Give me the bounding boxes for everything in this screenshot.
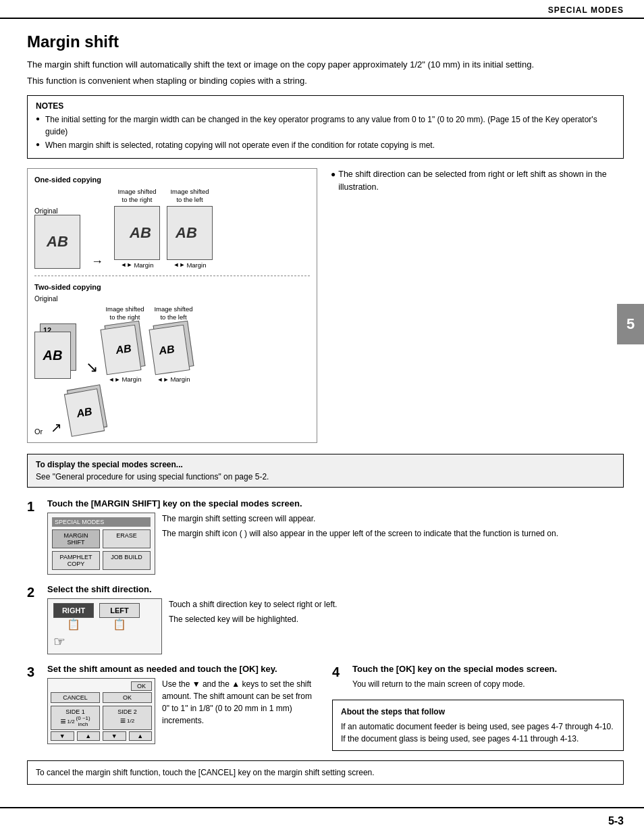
two-sided-row: 12 AB ↘ Image shiftedto the right AB xyxy=(34,305,310,384)
side1-fraction: 1/2 xyxy=(67,719,74,725)
right-btn[interactable]: RIGHT xyxy=(53,603,94,618)
shifted-right-paper: AB xyxy=(114,206,160,260)
two-sided-right-paper: AB xyxy=(103,323,146,374)
special-modes-screen: SPECIAL MODES MARGIN SHIFT ERASE PAMPHLE… xyxy=(47,513,155,575)
step-3: 3 Set the shift amount as needed and tou… xyxy=(27,664,319,754)
step-1-title: Touch the [MARGIN SHIFT] key on the spec… xyxy=(47,498,624,509)
two-sided-margin-left: ◄► Margin xyxy=(157,375,190,383)
two-sided-original: 12 AB xyxy=(34,323,80,383)
one-sided-row: Original AB → Image shiftedto the right … xyxy=(34,188,310,276)
to-display-box: To display the special modes screen... S… xyxy=(27,454,624,488)
about-steps-text: If an automatic document feeder is being… xyxy=(341,721,615,745)
one-sided-title: One-sided copying xyxy=(34,176,310,184)
page-footer: 5-3 xyxy=(0,807,644,834)
shift-arrows-row: ▼ ▲ ▼ ▲ xyxy=(51,731,152,741)
margin-right-label: ◄► Margin xyxy=(121,261,154,269)
step-2: 2 Select the shift direction. RIGHT 📋 xyxy=(27,584,624,654)
steps-section: 1 Touch the [MARGIN SHIFT] key on the sp… xyxy=(27,498,624,785)
about-steps-title: About the steps that follow xyxy=(341,706,615,718)
ok-btn[interactable]: OK xyxy=(103,692,152,703)
side1-box: SIDE 1 ≡ 1/2 (0 ~1)inch xyxy=(51,706,100,730)
step-4-title: Touch the [OK] key on the special modes … xyxy=(352,664,624,674)
erase-btn[interactable]: ERASE xyxy=(103,529,151,548)
two-sided-margin-right: ◄► Margin xyxy=(109,375,142,383)
cancel-btn[interactable]: CANCEL xyxy=(51,692,100,703)
header-title: SPECIAL MODES xyxy=(548,5,624,15)
left-btn[interactable]: LEFT xyxy=(99,603,140,618)
page-header: SPECIAL MODES xyxy=(0,0,644,19)
two-sided-shifted-right: Image shiftedto the right AB ◄► Margin xyxy=(103,305,146,384)
two-sided-left-paper: AB xyxy=(152,323,195,374)
side1-unit: (0 ~1)inch xyxy=(76,715,90,727)
side2-box: SIDE 2 ≡ 1/2 xyxy=(103,706,152,730)
or-label: Or xyxy=(34,427,43,436)
left-icon: 📋 xyxy=(113,618,126,631)
to-display-text: See "General procedure for using special… xyxy=(36,472,615,481)
step-4-text: You will return to the main screen of co… xyxy=(352,678,624,690)
two-sided-arrow: ↘ xyxy=(86,359,98,376)
chapter-number: 5 xyxy=(626,315,635,333)
up-arrow-btn-1[interactable]: ▲ xyxy=(77,731,101,741)
step-2-number: 2 xyxy=(27,584,41,654)
two-sided-title: Two-sided copying xyxy=(34,283,310,291)
arrow-right-icon: → xyxy=(91,255,103,269)
step-2-text-1: Touch a shift direction key to select ri… xyxy=(169,598,337,610)
dir-button-group-left: LEFT 📋 xyxy=(99,603,140,631)
down-arrow-btn-2[interactable]: ▼ xyxy=(103,731,126,741)
notes-item-2: When margin shift is selected, rotating … xyxy=(36,139,615,151)
ok-top-btn[interactable]: OK xyxy=(131,681,152,691)
pamphlet-copy-btn[interactable]: PAMPHLET COPY xyxy=(52,551,100,570)
step-3-text: Use the ▼ and the ▲ keys to set the shif… xyxy=(162,678,319,727)
step-3-screen: OK CANCEL OK SIDE 1 xyxy=(47,678,155,744)
main-content: Margin shift The margin shift function w… xyxy=(0,19,644,798)
shift-direction-note: ● The shift direction can be selected fr… xyxy=(331,168,624,194)
step-3-number: 3 xyxy=(27,664,41,744)
or-paper: AB xyxy=(68,387,108,436)
step-1: 1 Touch the [MARGIN SHIFT] key on the sp… xyxy=(27,498,624,575)
shift-ok-row: OK xyxy=(51,681,152,691)
job-build-label: JOB BUILD xyxy=(106,554,147,561)
step-1-screen: SPECIAL MODES MARGIN SHIFT ERASE PAMPHLE… xyxy=(47,513,155,575)
side1-value: ≡ 1/2 (0 ~1)inch xyxy=(54,715,97,727)
shifted-left-paper: AB xyxy=(167,206,213,260)
side2-icon: ≡ xyxy=(120,715,126,726)
margin-left-label: ◄► Margin xyxy=(173,261,207,269)
right-icon: 📋 xyxy=(67,618,80,631)
step-3-item: 3 Set the shift amount as needed and tou… xyxy=(27,664,319,744)
page-number: 5-3 xyxy=(608,815,624,827)
notes-title: NOTES xyxy=(36,101,615,111)
step-1-text-1: The margin shift setting screen will app… xyxy=(162,513,558,525)
step-4-col: 4 Touch the [OK] key on the special mode… xyxy=(332,664,624,754)
step-1-text: The margin shift setting screen will app… xyxy=(162,513,558,540)
dir-button-group-right: RIGHT 📋 xyxy=(53,603,94,631)
two-sided-right-label: Image shiftedto the right xyxy=(105,305,144,322)
left-col: One-sided copying Original AB → Image sh… xyxy=(27,168,317,443)
step-2-text-2: The selected key will be highlighted. xyxy=(169,613,337,625)
page-title: Margin shift xyxy=(27,32,624,51)
hand-icon: ☞ xyxy=(53,633,156,650)
steps-3-4-row: 3 Set the shift amount as needed and tou… xyxy=(27,664,624,754)
shifted-left-item: Image shiftedto the left AB ◄► Margin xyxy=(167,188,213,269)
step-1-text-2: The margin shift icon ( ) will also appe… xyxy=(162,527,558,540)
side1-icon: ≡ xyxy=(60,716,65,727)
step-2-content: Select the shift direction. RIGHT 📋 xyxy=(47,584,624,654)
two-sided-original-label: Original xyxy=(34,295,310,303)
step-4: 4 Touch the [OK] key on the special mode… xyxy=(332,664,624,690)
up-arrow-btn-2[interactable]: ▲ xyxy=(129,731,153,741)
front-page2: AB xyxy=(149,325,190,375)
cancel-note: To cancel the margin shift function, tou… xyxy=(27,760,624,785)
step-3-content: Set the shift amount as needed and touch… xyxy=(47,664,319,744)
shift-amount-screen: OK CANCEL OK SIDE 1 xyxy=(47,678,155,744)
step-3-title: Set the shift amount as needed and touch… xyxy=(47,664,319,674)
original-paper: AB xyxy=(34,215,80,269)
step-4-number: 4 xyxy=(332,664,346,690)
shifted-right-label: Image shiftedto the right xyxy=(117,188,156,205)
job-build-btn[interactable]: JOB BUILD xyxy=(103,551,151,570)
margin-shift-btn[interactable]: MARGIN SHIFT xyxy=(52,529,100,548)
shift-cancel-ok-row: CANCEL OK xyxy=(51,692,152,703)
side2-fraction: 1/2 xyxy=(127,718,134,724)
to-display-title: To display the special modes screen... xyxy=(36,460,615,469)
step-1-number: 1 xyxy=(27,498,41,575)
down-arrow-btn-1[interactable]: ▼ xyxy=(51,731,74,741)
screen-buttons-row1: MARGIN SHIFT ERASE xyxy=(52,529,151,548)
